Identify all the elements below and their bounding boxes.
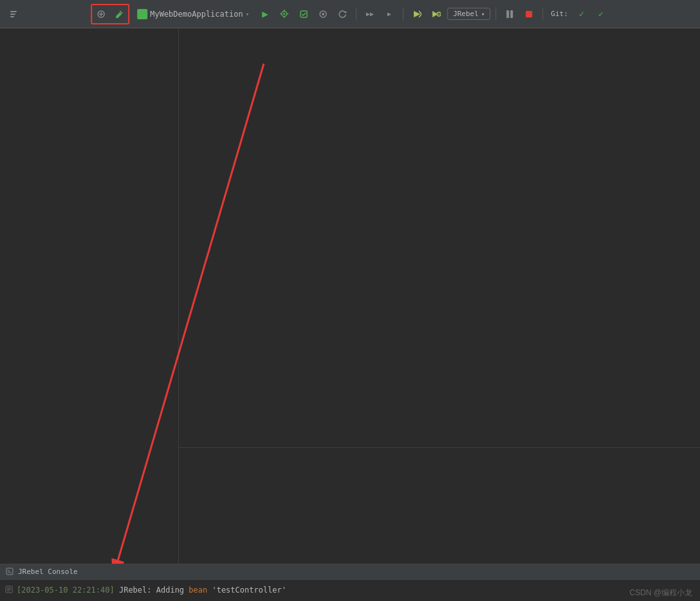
- app-config-dropdown[interactable]: MyWebDemoApplication ▾: [132, 7, 254, 21]
- more-run-button[interactable]: ▶▶: [362, 6, 378, 23]
- console-log: [2023-05-10 22:21:40] JRebel: Adding bea…: [0, 580, 700, 601]
- svg-point-15: [322, 13, 324, 15]
- svg-rect-21: [506, 10, 509, 18]
- editor-lower: [179, 448, 700, 564]
- svg-rect-22: [510, 10, 513, 18]
- jrebel-debug-icon[interactable]: [428, 6, 445, 23]
- pause-button[interactable]: [501, 6, 518, 23]
- jrebel-chevron: ▾: [481, 11, 484, 17]
- app-config-chevron: ▾: [246, 11, 249, 17]
- console-title: JRebel Console: [18, 568, 78, 576]
- log-line: [2023-05-10 22:21:40] JRebel: Adding bea…: [17, 586, 286, 595]
- console-header: JRebel Console: [0, 564, 700, 580]
- recent-files-icon[interactable]: [5, 6, 22, 23]
- coverage-button[interactable]: [295, 6, 312, 23]
- add-configuration-icon[interactable]: [93, 6, 109, 23]
- separator-3: [495, 8, 496, 21]
- editor-upper: [179, 28, 700, 448]
- toolbar: MyWebDemoApplication ▾ ▶: [0, 0, 700, 28]
- editor-area: [179, 28, 700, 564]
- svg-rect-23: [526, 11, 532, 17]
- log-bean-word: bean: [189, 586, 207, 595]
- toolbar-highlight-group: [91, 4, 129, 24]
- console-icon: [5, 567, 14, 576]
- more-run-button2[interactable]: ▶: [381, 6, 398, 23]
- git-label: Git:: [551, 10, 568, 18]
- separator-1: [356, 8, 356, 21]
- watermark-text: CSDN @编程小龙: [629, 588, 692, 597]
- log-jrebel-prefix: JRebel: Adding: [115, 586, 189, 595]
- jrebel-dropdown-button[interactable]: JRebel ▾: [447, 8, 490, 20]
- profile-button[interactable]: [315, 6, 331, 23]
- edit-configuration-icon[interactable]: [111, 6, 127, 23]
- svg-rect-1: [10, 14, 15, 15]
- jrebel-label: JRebel: [453, 10, 479, 18]
- left-panel: [0, 28, 179, 564]
- run-button[interactable]: ▶: [257, 6, 273, 23]
- debug-button[interactable]: [276, 6, 293, 23]
- app-config-label: MyWebDemoApplication: [150, 10, 243, 19]
- log-icon: [5, 586, 13, 595]
- svg-rect-2: [10, 16, 14, 17]
- separator-2: [403, 8, 403, 21]
- bottom-bar: JRebel Console [2023-05-10 22:21:40] JRe…: [0, 564, 700, 601]
- git-checkmark-icon[interactable]: ✓: [593, 6, 609, 23]
- svg-point-20: [438, 14, 439, 15]
- separator-4: [542, 8, 543, 21]
- svg-rect-0: [10, 11, 17, 12]
- svg-point-8: [284, 13, 286, 15]
- stop-button[interactable]: [520, 6, 537, 23]
- jrebel-run-icon[interactable]: [409, 6, 425, 23]
- app-icon: [137, 9, 147, 19]
- main-content: [0, 28, 700, 564]
- reload-button[interactable]: [334, 6, 351, 23]
- log-timestamp: [2023-05-10 22:21:40]: [17, 586, 115, 595]
- log-bean-suffix: 'testController': [207, 586, 286, 595]
- git-check-icon[interactable]: ✓: [573, 6, 590, 23]
- watermark: CSDN @编程小龙: [629, 587, 692, 598]
